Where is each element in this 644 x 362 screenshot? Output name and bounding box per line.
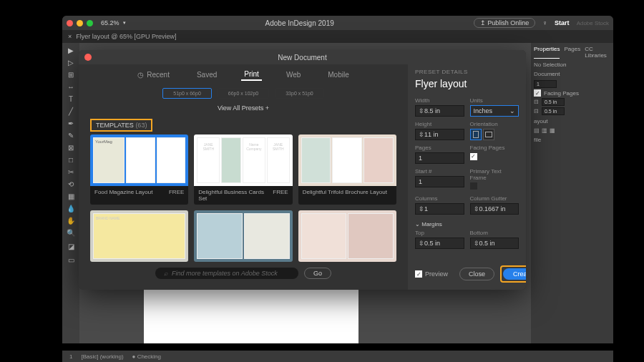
fill-stroke-icon[interactable]: ◪	[64, 239, 78, 253]
margins-label: Margins	[421, 221, 441, 228]
pages-count-input[interactable]: 1	[534, 80, 557, 88]
columns-input[interactable]: ⇳ 1	[415, 203, 464, 215]
close-button[interactable]: Close	[459, 268, 494, 280]
gradient-tool-icon[interactable]: ▦	[64, 190, 78, 202]
chevron-down-icon[interactable]: ⌄	[415, 221, 420, 228]
traffic-close[interactable]	[67, 20, 73, 26]
top-margin-label: Top	[415, 230, 464, 236]
dialog-close-icon[interactable]	[84, 54, 92, 61]
preset-item[interactable]: 66p0 x 102p0	[218, 88, 269, 99]
facing-pages-checkbox[interactable]: ✓	[534, 89, 541, 97]
zoom-level[interactable]: 65.2%	[101, 19, 119, 26]
align-icon[interactable]: ▥	[542, 127, 547, 134]
page-tool-icon[interactable]: ⊞	[64, 69, 78, 80]
go-button[interactable]: Go	[304, 268, 331, 279]
template-card[interactable]	[298, 210, 396, 262]
tab-saved[interactable]: Saved	[194, 69, 220, 81]
template-search-input[interactable]: ⌕Find more templates on Adobe Stock	[155, 268, 298, 279]
preflight-status: ● Checking	[132, 353, 161, 360]
traffic-max[interactable]	[87, 20, 93, 26]
bottom-margin-label: Bottom	[470, 230, 519, 236]
screen-mode-icon[interactable]: ▭	[64, 254, 78, 265]
gutter-input[interactable]: ⇳ 0.1667 in	[470, 203, 519, 215]
units-label: Units	[470, 97, 519, 104]
height-label: Height	[415, 121, 464, 127]
template-name: Delightful Business Cards Set	[198, 189, 273, 202]
height-input[interactable]: ⇳ 11 in	[415, 129, 464, 140]
tab-print[interactable]: Print	[241, 69, 262, 81]
units-select[interactable]: Inches ⌄	[470, 105, 519, 117]
orientation-label: Orientation	[470, 121, 519, 127]
preflight-profile[interactable]: [Basic] (working)	[81, 353, 123, 360]
pages-tab[interactable]: Pages	[564, 46, 580, 59]
help-icon[interactable]: ♀	[542, 19, 547, 26]
template-thumbnail: BRAND NAME	[90, 210, 188, 262]
tab-close-icon[interactable]: ×	[68, 33, 72, 40]
direct-selection-tool-icon[interactable]: ▷	[64, 57, 78, 68]
layout-section: ayout	[534, 118, 610, 124]
document-tab[interactable]: Flyer layout @ 65% [GPU Preview]	[76, 33, 176, 40]
gap-tool-icon[interactable]: ↔	[64, 81, 78, 92]
start-input[interactable]: 1	[415, 176, 464, 187]
line-tool-icon[interactable]: ╱	[64, 105, 78, 117]
template-thumbnail: YourMag	[90, 134, 188, 186]
preset-item[interactable]: 51p0 x 66p0	[162, 88, 212, 99]
publish-online-button[interactable]: ↥ Publish Online	[474, 18, 536, 28]
align-icon[interactable]: ▦	[550, 127, 555, 134]
bottom-margin-input[interactable]: ⇳ 0.5 in	[470, 238, 519, 249]
pages-label: Pages	[415, 145, 464, 151]
templates-header: TEMPLATES (63)	[90, 119, 152, 132]
rectangle-tool-icon[interactable]: □	[64, 154, 78, 165]
document-tabbar: × Flyer layout @ 65% [GPU Preview]	[62, 30, 613, 43]
primary-frame-label: Primary Text Frame	[470, 168, 519, 181]
properties-tab[interactable]: Properties	[534, 46, 560, 59]
zoom-tool-icon[interactable]: 🔍	[64, 227, 78, 238]
preset-name-input[interactable]: Flyer layout	[415, 78, 519, 89]
rectangle-frame-tool-icon[interactable]: ⊠	[64, 142, 78, 153]
pencil-tool-icon[interactable]: ✎	[64, 129, 78, 141]
tab-recent[interactable]: ◷Recent	[135, 69, 172, 81]
template-price: FREE	[169, 189, 184, 195]
stock-search[interactable]: Adobe Stock	[577, 20, 609, 26]
selection-tool-icon[interactable]: ▶	[64, 44, 78, 56]
landscape-button[interactable]	[483, 129, 494, 140]
type-tool-icon[interactable]: T	[64, 93, 78, 104]
primary-frame-checkbox[interactable]	[470, 182, 477, 190]
template-card[interactable]	[194, 210, 292, 262]
template-thumbnail	[298, 134, 396, 186]
properties-panel: Properties Pages CC Libraries No Selecti…	[531, 43, 613, 343]
template-card[interactable]: Delightful Trifold Brochure Layout	[298, 134, 396, 205]
portrait-button[interactable]	[470, 129, 482, 140]
preset-item[interactable]: 33p0 x 51p0	[275, 88, 324, 99]
preview-label: Preview	[425, 270, 448, 278]
pages-input[interactable]: 1	[415, 152, 464, 164]
height-icon: ⊟	[534, 108, 539, 114]
width-input[interactable]: ⇳ 8.5 in	[415, 105, 464, 117]
view-all-presets[interactable]: View All Presets +	[79, 102, 408, 114]
h-value[interactable]: 0.5 in	[542, 107, 565, 115]
template-card[interactable]: YourMag Food Magazine LayoutFREE	[90, 134, 188, 205]
page-number[interactable]: 1	[69, 353, 72, 360]
hand-tool-icon[interactable]: ✋	[64, 215, 78, 226]
zoom-dropdown-icon[interactable]: ▾	[123, 20, 126, 26]
transform-tool-icon[interactable]: ⟲	[64, 178, 78, 190]
file-section: file	[534, 137, 610, 143]
w-value[interactable]: 0.5 in	[542, 98, 565, 106]
scissors-tool-icon[interactable]: ✂	[64, 166, 78, 177]
document-section-label: Document	[534, 71, 610, 77]
align-icon[interactable]: ▤	[534, 127, 540, 134]
top-margin-input[interactable]: ⇳ 0.5 in	[415, 238, 464, 249]
facing-checkbox[interactable]: ✓	[470, 153, 477, 160]
pen-tool-icon[interactable]: ✒	[64, 117, 78, 129]
template-card[interactable]: JANE SMITHNameCompanyJANESMITH Delightfu…	[194, 134, 292, 205]
template-card[interactable]: BRAND NAME	[90, 210, 188, 262]
tab-web[interactable]: Web	[283, 69, 303, 81]
start-button[interactable]: Start	[555, 19, 570, 26]
eyedropper-tool-icon[interactable]: 💧	[64, 202, 78, 214]
preset-details-panel: PRESET DETAILS Flyer layout Width⇳ 8.5 i…	[408, 50, 526, 290]
preview-checkbox[interactable]: ✓	[415, 270, 422, 278]
tab-mobile[interactable]: Mobile	[325, 69, 351, 81]
traffic-min[interactable]	[77, 20, 83, 26]
create-button[interactable]: Create	[503, 268, 526, 280]
cclib-tab[interactable]: CC Libraries	[585, 46, 610, 59]
